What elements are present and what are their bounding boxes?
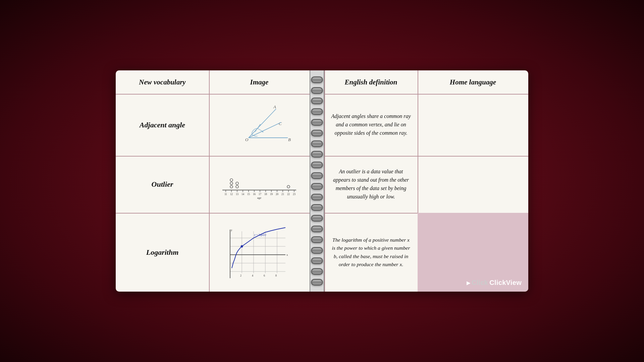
- svg-text:12: 12: [230, 193, 233, 196]
- svg-text:14: 14: [241, 193, 244, 196]
- ring-17: [311, 247, 323, 254]
- header-new-vocabulary: New vocabulary: [116, 70, 209, 94]
- svg-point-39: [287, 185, 290, 188]
- svg-text:6: 6: [264, 274, 265, 277]
- header-new-vocabulary-label: New vocabulary: [139, 78, 185, 86]
- svg-text:B: B: [288, 137, 291, 142]
- svg-text:y: y: [231, 228, 232, 232]
- play-icon: ▶: [467, 280, 470, 286]
- svg-text:21: 21: [281, 193, 284, 196]
- svg-point-34: [230, 185, 233, 188]
- ring-4: [311, 108, 323, 115]
- image-adjacent-angle: O B A C: [209, 94, 310, 156]
- svg-text:2: 2: [240, 274, 241, 277]
- view-text: ClickView: [489, 279, 522, 287]
- svg-text:23: 23: [293, 193, 296, 196]
- svg-text:13: 13: [236, 193, 238, 196]
- adjacent-angle-definition: Adjacent angles share a common ray and a…: [330, 112, 412, 137]
- ring-18: [311, 257, 323, 264]
- ring-5: [311, 119, 323, 126]
- spiral-binding: [310, 70, 324, 292]
- svg-text:A: A: [273, 104, 276, 109]
- home-lang-outlier: [418, 156, 528, 213]
- home-lang-adjacent-angle: [418, 94, 528, 156]
- vocab-adjacent-angle: Adjacent angle: [116, 94, 209, 156]
- definition-logarithm: The logarithm of a positive number x is …: [324, 213, 418, 292]
- definition-adjacent-angle: Adjacent angles share a common ray and a…: [324, 94, 418, 156]
- svg-text:y = log₂(x): y = log₂(x): [254, 233, 266, 236]
- click-text: Click: [472, 279, 488, 287]
- header-image: Image: [209, 70, 310, 94]
- ring-2: [311, 87, 323, 94]
- header-english-definition: English definition: [324, 70, 418, 94]
- ring-6: [311, 130, 323, 136]
- ring-11: [311, 183, 323, 190]
- angle-diagram-svg: O B A C: [222, 102, 296, 148]
- svg-point-38: [236, 182, 238, 185]
- notebook-page: New vocabulary Image English definition …: [116, 70, 528, 292]
- log-graph-svg: x y 0 1 2 -1 -2 2 4 6 8 y = log: [228, 226, 290, 278]
- outlier-definition: An outlier is a data value that appears …: [330, 168, 412, 201]
- ring-1: [311, 76, 323, 83]
- ring-8: [311, 151, 323, 158]
- image-logarithm: x y 0 1 2 -1 -2 2 4 6 8 y = log: [209, 213, 310, 292]
- vocab-logarithm: Logarithm: [116, 213, 209, 292]
- outlier-label: Outlier: [152, 180, 173, 189]
- svg-point-37: [236, 185, 238, 188]
- ring-13: [311, 204, 323, 211]
- svg-point-36: [230, 179, 233, 181]
- ring-16: [311, 236, 323, 243]
- svg-text:11: 11: [224, 193, 227, 196]
- svg-text:16: 16: [253, 193, 256, 196]
- svg-text:17: 17: [259, 193, 261, 196]
- adjacent-angle-label: Adjacent angle: [140, 121, 185, 129]
- svg-text:4: 4: [252, 274, 253, 277]
- svg-text:O: O: [245, 137, 249, 142]
- vocab-outlier: Outlier: [116, 156, 209, 213]
- svg-text:15: 15: [247, 193, 250, 196]
- svg-point-35: [230, 182, 233, 185]
- svg-text:age: age: [257, 196, 262, 199]
- ring-9: [311, 162, 323, 168]
- svg-point-63: [240, 245, 243, 248]
- ring-10: [311, 172, 323, 179]
- dotplot-svg: 11 12 13 14 15 16 17 18 19: [219, 169, 300, 199]
- header-english-definition-label: English definition: [345, 78, 397, 86]
- svg-text:18: 18: [264, 193, 267, 196]
- header-image-label: Image: [250, 78, 269, 86]
- svg-text:8: 8: [275, 274, 277, 277]
- clickview-logo: ▶ ClickClickView: [467, 279, 522, 287]
- ring-19: [311, 268, 323, 275]
- svg-text:19: 19: [270, 193, 273, 196]
- ring-14: [311, 215, 323, 222]
- notebook-container: New vocabulary Image English definition …: [116, 70, 528, 292]
- header-home-language: Home language: [418, 70, 528, 94]
- ring-15: [311, 226, 323, 232]
- ring-12: [311, 194, 323, 200]
- image-outlier: 11 12 13 14 15 16 17 18 19: [209, 156, 310, 213]
- ring-7: [311, 140, 323, 147]
- svg-text:20: 20: [276, 193, 278, 196]
- svg-text:22: 22: [287, 193, 290, 196]
- definition-outlier: An outlier is a data value that appears …: [324, 156, 418, 213]
- header-home-language-label: Home language: [450, 78, 496, 86]
- svg-line-5: [249, 109, 276, 138]
- logarithm-label: Logarithm: [146, 248, 179, 257]
- ring-20: [311, 279, 323, 286]
- logarithm-definition: The logarithm of a positive number x is …: [330, 236, 412, 268]
- ring-3: [311, 98, 323, 104]
- col-divider-3: [324, 70, 325, 292]
- svg-text:x: x: [286, 253, 288, 256]
